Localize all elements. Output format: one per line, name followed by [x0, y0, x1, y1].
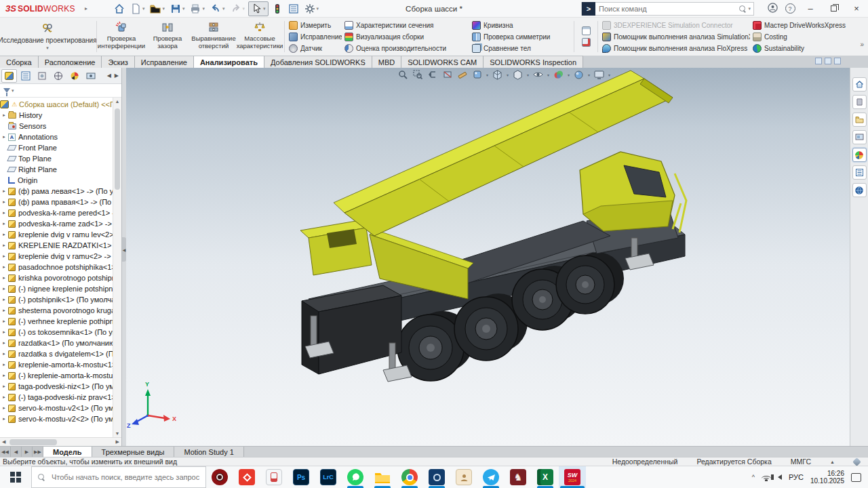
new-document-button[interactable]: ▾: [128, 1, 147, 16]
expand-arrow-icon[interactable]: ▸: [0, 232, 8, 237]
last-tab-icon[interactable]: ▶▶: [33, 447, 43, 457]
floxpress-button[interactable]: Помощник выполнения анализа FloXpress: [599, 43, 750, 54]
dimxpertmanager-tab[interactable]: [50, 69, 66, 83]
display-style-icon[interactable]: [511, 69, 524, 80]
taskbar-app-excel[interactable]: X: [532, 466, 559, 488]
curvature-button[interactable]: Кривизна: [469, 20, 572, 30]
taskbar-app-antivirus[interactable]: [206, 466, 233, 488]
tree-root[interactable]: ⚠ Сборка шасси (Default) <<По: [0, 99, 121, 110]
tray-expand-icon[interactable]: ^: [752, 474, 755, 481]
units-caret-icon[interactable]: ▲: [830, 460, 835, 464]
tree-component[interactable]: ▸ (-) potshipnik<1> (По умолча: [0, 294, 121, 305]
taskbar-app-lightroom[interactable]: LrC: [315, 466, 342, 488]
tree-component[interactable]: ▸ razdatka s dvigatelem<1> (По: [0, 348, 121, 359]
driveworksxpress-button[interactable]: Мастер DriveWorksXpress: [750, 20, 852, 30]
tree-item-origin[interactable]: Origin: [0, 175, 121, 186]
tree-component[interactable]: ▸ razdatka<1> (По умолчанию): [0, 338, 121, 348]
assembly-visualization-button[interactable]: Визуализация сборки: [342, 31, 469, 42]
expand-arrow-icon[interactable]: ▸: [0, 188, 8, 194]
tree-component[interactable]: ▸ podveska-k-rame pered<1> ->: [0, 207, 121, 218]
simulation-connector-button[interactable]: 3DEXPERIENCE Simulation Connector: [599, 20, 750, 30]
minimize-button[interactable]: –: [799, 0, 822, 18]
design-study-button[interactable]: Исследование проектирования ▾: [0, 19, 95, 54]
zoom-fit-icon[interactable]: [396, 69, 409, 80]
expand-arrow-icon[interactable]: ▸: [0, 340, 8, 346]
logo-flyout-icon[interactable]: ▸: [85, 5, 87, 12]
notification-center-icon[interactable]: [851, 473, 861, 482]
view-palette-button[interactable]: [852, 130, 867, 144]
tree-item-sensors[interactable]: Sensors: [0, 121, 121, 131]
taskbar-app-explorer[interactable]: [369, 466, 396, 488]
taskbar-app-solidworks[interactable]: SW2024: [559, 466, 586, 488]
taskbar-app-whatsapp[interactable]: [342, 466, 369, 488]
section-properties-button[interactable]: Характеристики сечения: [342, 20, 469, 30]
settings-button[interactable]: ▾: [302, 1, 321, 16]
command-tab[interactable]: MBD: [372, 56, 401, 68]
split-pane-icon[interactable]: [825, 58, 831, 64]
help-icon[interactable]: ?: [781, 3, 799, 14]
custom-properties-button[interactable]: [852, 165, 867, 180]
command-tab[interactable]: Эскиз: [102, 56, 134, 68]
command-tab[interactable]: Сборка: [0, 56, 39, 68]
tree-component[interactable]: ▸ kreplenie-amorta-k-mostu<1>: [0, 359, 121, 370]
compare-bodies-button[interactable]: Сравнение тел: [469, 43, 572, 54]
taskbar-app-utility[interactable]: [260, 466, 288, 488]
costing-button[interactable]: Costing: [750, 31, 852, 42]
repair-button[interactable]: Исправление: [286, 31, 342, 42]
command-tab[interactable]: Расположение: [39, 56, 102, 68]
scrollbar-thumb[interactable]: [9, 439, 57, 445]
restore-button[interactable]: [822, 0, 845, 18]
expand-arrow-icon[interactable]: ▸: [0, 416, 8, 422]
options-list-button[interactable]: [286, 1, 301, 16]
tree-component[interactable]: ▸ kreplenie dvig v ramu<2> -> (: [0, 251, 121, 262]
search-icon[interactable]: [738, 5, 747, 13]
tab-motion-study[interactable]: Motion Study 1: [174, 447, 243, 457]
tree-horizontal-scrollbar[interactable]: ◀ ▶: [0, 437, 121, 446]
displaymanager-tab[interactable]: [66, 69, 82, 83]
language-indicator[interactable]: РУС: [789, 473, 804, 481]
command-tab[interactable]: SOLIDWORKS CAM: [401, 56, 484, 68]
graphics-viewport[interactable]: Y X Z ▾ ▾ ▾ ▾ ▾: [126, 68, 850, 446]
tree-component[interactable]: ▸ kreplenie dvig v ramu lev<2>: [0, 229, 121, 240]
filter-caret-icon[interactable]: ▾: [12, 88, 14, 94]
tag-icon[interactable]: [852, 458, 861, 466]
tree-component[interactable]: ▸ krishka povorotnogo potshipn: [0, 272, 121, 283]
tree-vertical-scrollbar[interactable]: ▲ ▼: [113, 98, 121, 437]
single-pane-icon[interactable]: [815, 58, 822, 64]
3dexperience-button[interactable]: [852, 183, 867, 197]
interference-check-button[interactable]: Проверкаинтерференции: [98, 19, 144, 54]
rebuild-button[interactable]: [270, 1, 285, 16]
prev-tab-icon[interactable]: ◀: [11, 447, 22, 457]
view-settings-icon[interactable]: [593, 69, 606, 80]
measure-button[interactable]: Измерить: [286, 20, 342, 30]
search-caret-icon[interactable]: ▾: [748, 6, 751, 12]
tree-item-top-plane[interactable]: Top Plane: [0, 153, 121, 164]
hole-alignment-button[interactable]: Выравниваниеотверстий: [191, 19, 237, 54]
save-button[interactable]: ▾: [168, 1, 187, 16]
sensor-button[interactable]: Датчик: [286, 43, 342, 54]
expand-arrow-icon[interactable]: ▸: [0, 221, 8, 226]
expand-arrow-icon[interactable]: ▸: [0, 253, 8, 259]
file-explorer-button[interactable]: [852, 113, 867, 127]
tree-component[interactable]: ▸ (ф) рама левая<1> -> (По ум: [0, 186, 121, 197]
taskbar-app-photoshop[interactable]: Ps: [288, 466, 315, 488]
tree-item-history[interactable]: ▸History: [0, 110, 121, 121]
expand-arrow-icon[interactable]: ▸: [0, 243, 8, 248]
command-tab[interactable]: SOLIDWORKS Inspection: [484, 56, 583, 68]
mass-properties-button[interactable]: Массовыехарактеристики: [237, 19, 283, 54]
volume-icon[interactable]: [778, 474, 782, 480]
clearance-check-button[interactable]: Проверказазора: [144, 19, 191, 54]
next-tab-icon[interactable]: ▶: [22, 447, 33, 457]
taskbar-app-installer[interactable]: [233, 466, 260, 488]
command-tab-active[interactable]: Анализировать: [194, 56, 264, 68]
taskbar-app-contacts[interactable]: [450, 466, 477, 488]
symmetry-check-button[interactable]: Проверка симметрии: [469, 31, 572, 42]
panel-tabs-left-icon[interactable]: ◀: [107, 73, 111, 79]
tree-component[interactable]: ▸ podveska-k-rame zad<1> -> (: [0, 218, 121, 229]
zoom-area-icon[interactable]: [411, 69, 424, 80]
tree-component[interactable]: ▸ pasadochnoe potshiphika<1>: [0, 262, 121, 272]
command-search-input[interactable]: [595, 5, 738, 13]
expand-arrow-icon[interactable]: ▸: [0, 264, 8, 270]
simulationxpress-button[interactable]: Помощник выполнения анализа SimulationXp…: [599, 31, 750, 42]
configurationmanager-tab[interactable]: [34, 69, 50, 83]
